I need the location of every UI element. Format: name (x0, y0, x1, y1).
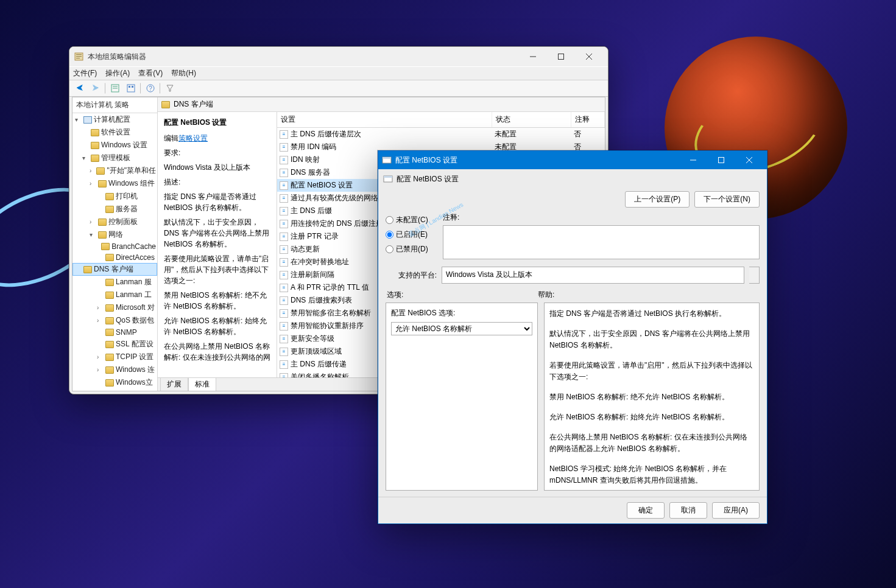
state-radios: 未配置(C) 已启用(E) 已禁用(D) (386, 212, 437, 262)
tree-item[interactable]: ›Windows 连 (72, 363, 157, 376)
close-button[interactable] (575, 47, 603, 66)
list-icon[interactable] (124, 82, 138, 95)
dialog-subtitle: 配置 NetBIOS 设置 (397, 174, 459, 184)
separator (160, 83, 161, 94)
tree-item[interactable]: BranchCache (72, 241, 157, 252)
tree-item[interactable]: Windows 设置 (72, 139, 157, 152)
comment-input[interactable] (443, 225, 760, 259)
titlebar[interactable]: 本地组策略编辑器 (69, 47, 608, 66)
tree-item[interactable]: 服务器 (72, 203, 157, 215)
dialog-maximize-button[interactable] (707, 151, 735, 169)
tree-item[interactable]: 打印机 (72, 190, 157, 203)
menu-view[interactable]: 查看(V) (138, 68, 163, 79)
tree-item[interactable]: ▾计算机配置 (72, 113, 157, 126)
dialog-subtitle-icon (383, 174, 393, 184)
folder-icon (105, 366, 114, 374)
tree-content[interactable]: ▾计算机配置软件设置Windows 设置▾管理模板›"开始"菜单和任›Windo… (72, 113, 157, 391)
setting-name: 禁用 IDN 编码 (291, 142, 336, 152)
next-setting-button[interactable]: 下一个设置(N) (694, 191, 760, 208)
col-header-state[interactable]: 状态 (492, 112, 571, 127)
help-panel[interactable]: 指定 DNS 客户端是否将通过 NetBIOS 执行名称解析。默认情况下，出于安… (544, 303, 760, 491)
tree-item[interactable]: DirectAcces (72, 252, 157, 263)
tree-item[interactable]: Lanman 服 (72, 276, 157, 289)
tree-item-label: Windows 连 (116, 365, 155, 375)
setting-name: 在冲突时替换地址 (291, 257, 349, 267)
col-header-comment[interactable]: 注释 (571, 112, 605, 127)
tree-item-label: BranchCache (111, 242, 156, 251)
radio-not-configured[interactable]: 未配置(C) (386, 212, 437, 227)
netbios-option-select[interactable]: 允许 NetBIOS 名称解析 (391, 322, 532, 335)
tree-item[interactable]: ▾管理模板 (72, 152, 157, 164)
radio-disabled[interactable]: 已禁用(D) (386, 242, 437, 256)
tab-extended[interactable]: 扩展 (160, 378, 188, 391)
tree-item[interactable]: ›QoS 数据包 (72, 314, 157, 327)
forward-button[interactable]: ⮞ (89, 82, 102, 95)
tree-item-label: DNS 客户端 (94, 264, 133, 275)
tree-item[interactable]: ›控制面板 (72, 215, 157, 228)
setting-name: 动态更新 (291, 244, 320, 254)
tree-item-label: TCPIP 设置 (116, 352, 153, 362)
svg-rect-17 (383, 157, 391, 159)
folder-icon (98, 180, 107, 187)
col-header-setting[interactable]: 设置 (277, 112, 492, 127)
tree-item-label: 服务器 (116, 204, 138, 214)
menu-action[interactable]: 操作(A) (105, 68, 130, 79)
filter-icon[interactable] (163, 82, 177, 95)
tree-item[interactable]: Windows立 (72, 376, 157, 389)
dialog-icon (382, 155, 392, 165)
tree-item-label: SSL 配置设 (116, 339, 153, 349)
tree-item[interactable]: ›"开始"菜单和任 (72, 164, 157, 177)
setting-state: 未配置 (492, 129, 571, 139)
maximize-button[interactable] (547, 47, 575, 66)
req-value: Windows Vista 及以上版本 (164, 162, 270, 173)
tree-item-label: 计算机配置 (94, 114, 130, 125)
menu-help[interactable]: 帮助(H) (171, 68, 196, 79)
setting-name: 配置 NetBIOS 设置 (291, 180, 353, 191)
tree-item[interactable]: SNMP (72, 327, 157, 338)
radio-enabled[interactable]: 已启用(E) (386, 227, 437, 242)
help-paragraph: NetBIOS 学习模式: 始终允许 NetBIOS 名称解析，并在 mDNS/… (549, 463, 754, 486)
setting-name: IDN 映射 (291, 155, 320, 165)
dialog-titlebar[interactable]: 配置 NetBIOS 设置 (378, 151, 767, 169)
dialog-close-button[interactable] (735, 151, 763, 169)
tree-item[interactable]: ›TCPIP 设置 (72, 351, 157, 363)
svg-text:?: ? (149, 85, 152, 92)
platform-value: Windows Vista 及以上版本 (442, 267, 744, 284)
svg-rect-19 (719, 158, 724, 163)
tree-item[interactable]: ›Microsoft 对 (72, 301, 157, 314)
cancel-button[interactable]: 取消 (669, 502, 707, 519)
edit-policy-link[interactable]: 策略设置 (178, 134, 208, 142)
list-row[interactable]: ≡主 DNS 后缀传递层次未配置否 (277, 128, 605, 141)
prev-setting-button[interactable]: 上一个设置(P) (625, 191, 690, 208)
tree-item[interactable]: 软件设置 (72, 126, 157, 139)
menubar: 文件(F) 操作(A) 查看(V) 帮助(H) (69, 66, 608, 80)
dialog-subtitle-bar: 配置 NetBIOS 设置 (378, 169, 767, 189)
tree-item[interactable]: ▾网络 (72, 228, 157, 241)
setting-name: 主 DNS 后缀 (291, 206, 332, 216)
tree-item[interactable]: ›Windows 组件 (72, 177, 157, 190)
folder-icon (105, 279, 114, 286)
setting-name: DNS 后缀搜索列表 (291, 295, 352, 306)
tree-item-label: Lanman 服 (116, 277, 152, 287)
tab-standard[interactable]: 标准 (188, 378, 216, 391)
tree-item[interactable]: DNS 客户端 (72, 263, 157, 276)
apply-button[interactable]: 应用(A) (712, 502, 760, 519)
policy-icon: ≡ (280, 233, 288, 241)
ok-button[interactable]: 确定 (627, 502, 665, 519)
tree-item[interactable]: Lanman 工 (72, 289, 157, 301)
minimize-button[interactable] (519, 47, 547, 66)
svg-rect-1 (76, 54, 82, 55)
dialog-minimize-button[interactable] (679, 151, 707, 169)
setting-name: 主 DNS 后缀传递 (291, 359, 347, 369)
details-icon[interactable] (108, 82, 122, 95)
menu-file[interactable]: 文件(F) (73, 68, 97, 79)
tree-item[interactable]: SSL 配置设 (72, 338, 157, 351)
back-button[interactable]: ⮜ (73, 82, 86, 95)
help-icon[interactable]: ? (144, 82, 157, 95)
policy-icon: ≡ (280, 181, 288, 190)
scroll-stub[interactable] (749, 267, 760, 284)
tree-item-label: Windows 设置 (101, 140, 147, 150)
tree-item[interactable]: ›WLAN 服务 (72, 389, 157, 391)
window-title: 本地组策略编辑器 (88, 52, 519, 62)
policy-icon: ≡ (280, 169, 288, 177)
